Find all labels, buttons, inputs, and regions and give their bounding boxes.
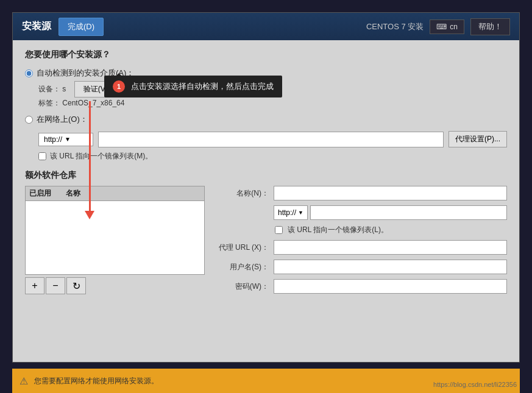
proxy-url-row: 代理 URL (X)：	[214, 240, 507, 255]
tag-value: CentOS_7_x86_64	[62, 99, 124, 107]
tag-label: 标签：	[38, 99, 60, 107]
url-protocol-select[interactable]: http:// ▼	[38, 133, 93, 146]
title-bar-right: CENTOS 7 安装 ⌨ cn 帮助！	[366, 18, 510, 35]
username-row: 用户名(S)：	[214, 260, 507, 274]
repo-url-protocol[interactable]: http:// ▼	[274, 205, 308, 220]
repo-list-container: 已启用 名称 + − ↻	[25, 186, 205, 299]
username-label: 用户名(S)：	[214, 262, 269, 272]
repo-list-actions: + − ↻	[25, 277, 205, 294]
password-label: 密码(W)：	[214, 281, 269, 292]
dropdown-icon: ▼	[65, 136, 71, 143]
repo-url-protocol-label: http://	[278, 208, 296, 217]
warning-icon: ⚠	[20, 375, 28, 387]
watermark: https://blog.csdn.net/li22356	[433, 381, 517, 388]
username-input[interactable]	[274, 260, 507, 274]
tooltip-callout: 1 点击安装源选择自动检测，然后点击完成	[104, 76, 282, 97]
password-row: 密码(W)：	[214, 279, 507, 294]
device-label: 设备：	[38, 85, 60, 93]
repo-mirror-label: 该 URL 指向一个镜像列表(L)。	[288, 225, 388, 235]
repo-name-row: 名称(N)：	[214, 186, 507, 200]
extra-repos-title: 额外软件仓库	[25, 170, 507, 181]
repo-url-row: http:// ▼	[214, 205, 507, 220]
repo-dropdown-icon: ▼	[298, 210, 303, 216]
title-bar-left: 安装源 完成(D)	[22, 18, 104, 36]
url-input[interactable]	[98, 132, 444, 147]
network-row: 在网络上(O)：	[25, 114, 507, 125]
main-window: 安装源 完成(D) CENTOS 7 安装 ⌨ cn 帮助！ 1 点击安装源选择…	[12, 12, 520, 363]
proxy-url-label: 代理 URL (X)：	[214, 243, 269, 253]
device-value: s	[62, 85, 66, 93]
add-repo-button[interactable]: +	[25, 277, 44, 294]
col-name-header: 名称	[66, 188, 200, 199]
network-group: 在网络上(O)： http:// ▼ 代理设置(P)... 该 URL 指向一个…	[25, 114, 507, 161]
mirror-checkbox[interactable]	[38, 152, 46, 160]
mirror-label: 该 URL 指向一个镜像列表(M)。	[50, 151, 152, 161]
repo-mirror-checkbox[interactable]	[275, 226, 283, 234]
mirror-checkbox-row: 该 URL 指向一个镜像列表(M)。	[38, 151, 507, 161]
keyboard-icon: ⌨	[436, 23, 447, 31]
help-button[interactable]: 帮助！	[470, 18, 510, 35]
install-source-title: 您要使用哪个安装源？	[25, 49, 507, 60]
repo-list: 已启用 名称	[25, 186, 205, 275]
centos-title: CENTOS 7 安装	[366, 21, 424, 32]
repo-list-body	[26, 201, 204, 274]
col-enabled-header: 已启用	[29, 188, 66, 199]
network-label: 在网络上(O)：	[37, 114, 88, 125]
repo-list-header: 已启用 名称	[26, 186, 204, 201]
proxy-button[interactable]: 代理设置(P)...	[449, 131, 507, 147]
refresh-repo-button[interactable]: ↻	[66, 277, 86, 294]
lang-button[interactable]: ⌨ cn	[430, 19, 464, 34]
network-radio[interactable]	[25, 116, 33, 124]
auto-detect-radio[interactable]	[25, 69, 33, 77]
title-bar: 安装源 完成(D) CENTOS 7 安装 ⌨ cn 帮助！	[13, 13, 519, 40]
tooltip-text: 点击安装源选择自动检测，然后点击完成	[131, 82, 274, 91]
proxy-url-input[interactable]	[274, 240, 507, 255]
repo-name-label: 名称(N)：	[214, 188, 269, 199]
repo-url-input-group: http:// ▼	[274, 205, 507, 220]
network-url-row: http:// ▼ 代理设置(P)...	[38, 131, 507, 147]
url-protocol-label: http://	[44, 135, 62, 144]
repo-mirror-row: 该 URL 指向一个镜像列表(L)。	[275, 225, 507, 235]
content-area: 1 点击安装源选择自动检测，然后点击完成 您要使用哪个安装源？ 自动检测到的安装…	[13, 40, 519, 362]
warning-text: 您需要配置网络才能使用网络安装源。	[34, 376, 158, 386]
password-input[interactable]	[274, 279, 507, 294]
step-badge: 1	[113, 80, 125, 93]
tag-row: 标签： CentOS_7_x86_64	[38, 97, 507, 109]
repo-url-input[interactable]	[310, 205, 507, 220]
extra-panel: 已启用 名称 + − ↻ 名称(N)：	[25, 186, 507, 299]
repo-name-input[interactable]	[274, 186, 507, 200]
lang-label: cn	[450, 23, 458, 31]
done-button[interactable]: 完成(D)	[59, 18, 104, 36]
repo-details: 名称(N)： http:// ▼	[214, 186, 507, 299]
window-title: 安装源	[22, 20, 51, 33]
remove-repo-button[interactable]: −	[46, 277, 65, 294]
